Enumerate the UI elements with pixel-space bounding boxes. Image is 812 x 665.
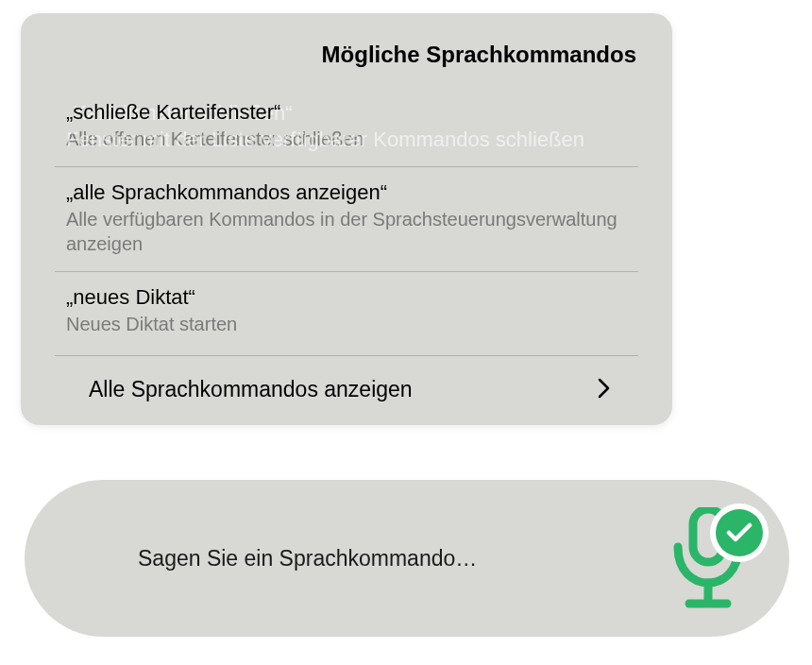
command-item[interactable]: „Karteifenster schließen“ Fenster mit de… bbox=[55, 87, 638, 167]
command-item[interactable]: „neues Diktat“ „neues Diktat“ Neues Dikt… bbox=[55, 272, 638, 351]
show-all-commands-label: Alle Sprachkommandos anzeigen bbox=[89, 377, 413, 402]
status-badge bbox=[710, 503, 769, 562]
command-description: Alle verfügbaren Kommandos in der Sprach… bbox=[55, 207, 638, 256]
show-all-commands-row[interactable]: Alle Sprachkommandos anzeigen bbox=[55, 355, 638, 425]
voice-prompt-text: Sagen Sie ein Sprachkommando… bbox=[138, 546, 477, 571]
voice-commands-popover: Mögliche Sprachkommandos „Karteifenster … bbox=[21, 13, 672, 425]
command-title: „neues Diktat“ bbox=[55, 285, 638, 310]
voice-prompt-bar: Sagen Sie ein Sprachkommando… bbox=[25, 480, 789, 637]
command-description: Neues Diktat starten bbox=[55, 312, 638, 336]
popover-title: Mögliche Sprachkommandos bbox=[21, 42, 672, 87]
command-title: „schließe Karteifenster“ bbox=[55, 100, 638, 125]
microphone-button[interactable] bbox=[648, 498, 769, 619]
chevron-right-icon bbox=[598, 378, 610, 402]
command-list: „Karteifenster schließen“ Fenster mit de… bbox=[21, 87, 672, 351]
check-circle-icon bbox=[716, 509, 763, 556]
command-item[interactable]: „alle Sprachkommandos anzeigen“ Alle ver… bbox=[55, 167, 638, 272]
command-title: „alle Sprachkommandos anzeigen“ bbox=[55, 180, 638, 205]
